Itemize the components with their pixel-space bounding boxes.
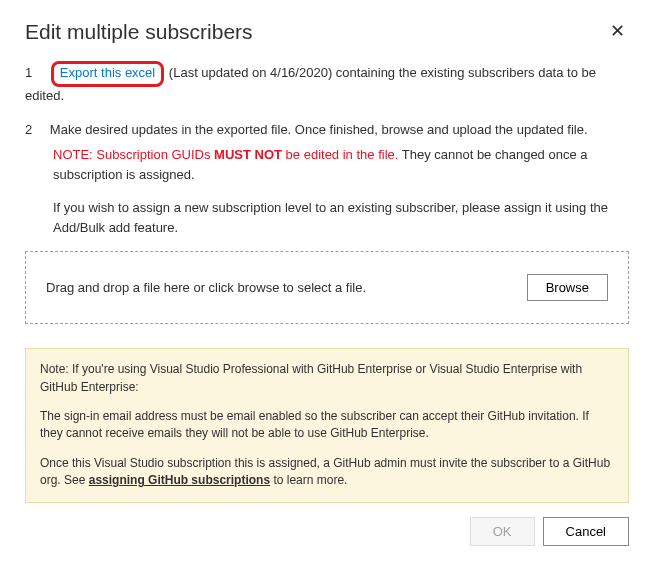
step-2: 2 Make desired updates in the exported f…: [25, 120, 629, 238]
step-2-text: Make desired updates in the exported fil…: [50, 122, 588, 137]
assigning-github-link[interactable]: assigning GitHub subscriptions: [89, 473, 270, 487]
info-p3b: to learn more.: [270, 473, 347, 487]
step-2-extra: If you wish to assign a new subscription…: [53, 198, 629, 237]
export-highlight: Export this excel: [51, 61, 164, 87]
ok-button[interactable]: OK: [470, 517, 535, 546]
info-p1: Note: If you're using Visual Studio Prof…: [40, 361, 614, 396]
info-box: Note: If you're using Visual Studio Prof…: [25, 348, 629, 502]
step-2-note: NOTE: Subscription GUIDs MUST NOT be edi…: [53, 145, 629, 184]
export-excel-link[interactable]: Export this excel: [60, 65, 155, 80]
step-1: 1 Export this excel (Last updated on 4/1…: [25, 62, 629, 106]
cancel-button[interactable]: Cancel: [543, 517, 629, 546]
note-suffix: be edited in the file.: [282, 147, 398, 162]
dropzone-text: Drag and drop a file here or click brows…: [46, 280, 366, 295]
info-p2: The sign-in email address must be email …: [40, 408, 614, 443]
dialog-header: Edit multiple subscribers ✕: [25, 20, 629, 44]
close-button[interactable]: ✕: [606, 20, 629, 42]
step-1-number: 1: [25, 65, 32, 80]
dialog-title: Edit multiple subscribers: [25, 20, 253, 44]
note-prefix: NOTE: Subscription GUIDs: [53, 147, 214, 162]
info-p3: Once this Visual Studio subscription thi…: [40, 455, 614, 490]
dialog-footer: OK Cancel: [25, 517, 629, 546]
step-2-number: 2: [25, 122, 32, 137]
note-bold: MUST NOT: [214, 147, 282, 162]
file-dropzone[interactable]: Drag and drop a file here or click brows…: [25, 251, 629, 324]
browse-button[interactable]: Browse: [527, 274, 608, 301]
